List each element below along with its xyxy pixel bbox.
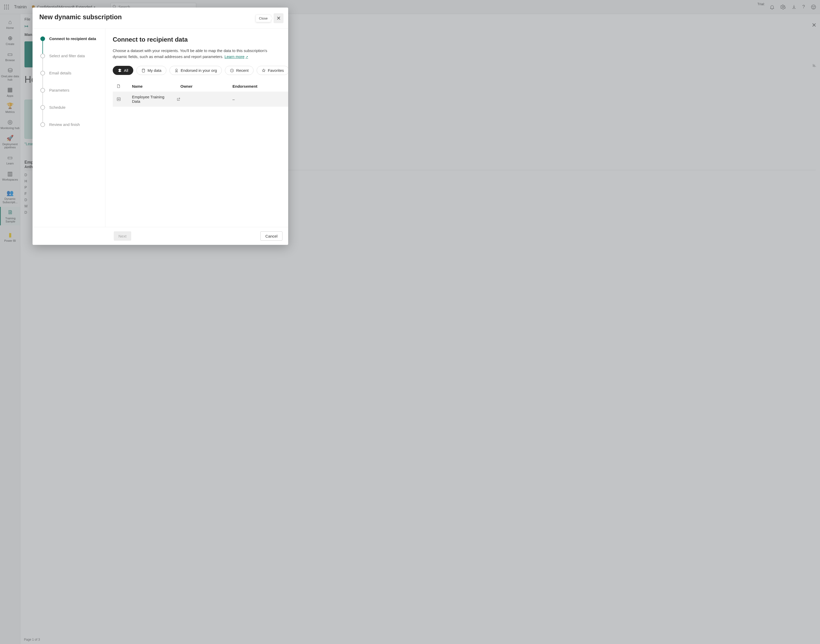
step-dot-icon <box>40 54 45 58</box>
next-button: Next <box>114 231 131 241</box>
learn-more-link[interactable]: Learn more↗ <box>224 54 248 59</box>
dataset-endorsement: – <box>232 97 284 101</box>
chip-endorsed[interactable]: Endorsed in your org <box>169 66 222 75</box>
step-label: Connect to recipient data <box>49 37 96 41</box>
svg-point-21 <box>119 99 120 100</box>
step-dot-icon <box>40 105 45 110</box>
chip-recent[interactable]: Recent <box>225 66 253 75</box>
col-owner: Owner <box>180 84 232 89</box>
filter-chips: All My data Endorsed in your org <box>113 66 288 75</box>
col-type-icon <box>117 84 132 89</box>
chip-all[interactable]: All <box>113 66 133 75</box>
new-subscription-dialog: New dynamic subscription Close ✕ Connect… <box>32 8 288 245</box>
clock-icon <box>230 68 234 73</box>
stack-icon <box>118 68 122 73</box>
step-connect[interactable]: Connect to recipient data <box>40 37 103 54</box>
close-button[interactable]: ✕ <box>273 13 284 23</box>
cylinder-icon <box>141 68 146 73</box>
step-label: Review and finish <box>49 122 80 127</box>
svg-point-16 <box>176 69 178 71</box>
chip-favorites[interactable]: Favorites <box>256 66 288 75</box>
external-link-icon: ↗ <box>246 55 248 59</box>
dialog-title: New dynamic subscription <box>39 13 122 21</box>
step-dot-icon <box>40 122 45 127</box>
svg-point-19 <box>118 99 118 100</box>
main-description: Choose a dataset with your recipients. Y… <box>113 48 279 60</box>
step-email-details[interactable]: Email details <box>40 71 103 88</box>
badge-icon <box>174 68 178 73</box>
dialog-header: New dynamic subscription Close ✕ <box>32 8 288 28</box>
dialog-body: Connect to recipient data Select and fil… <box>32 28 288 227</box>
step-review[interactable]: Review and finish <box>40 122 103 127</box>
close-icon: ✕ <box>276 15 281 21</box>
step-parameters[interactable]: Parameters <box>40 88 103 105</box>
open-external-icon[interactable] <box>177 97 180 101</box>
wizard-steps: Connect to recipient data Select and fil… <box>32 29 106 227</box>
dialog-footer: Next Cancel <box>32 227 288 245</box>
step-label: Email details <box>49 71 71 75</box>
step-label: Select and filter data <box>49 54 85 58</box>
step-label: Schedule <box>49 105 66 110</box>
dataset-name: Employee Training Data <box>132 95 172 104</box>
dialog-main: Connect to recipient data Choose a datas… <box>106 29 288 227</box>
col-endorsement: Endorsement <box>232 84 284 89</box>
dataset-type-icon <box>117 97 132 101</box>
step-label: Parameters <box>49 88 69 92</box>
col-name: Name <box>132 84 180 89</box>
table-row[interactable]: Employee Training Data – <box>113 92 288 107</box>
star-icon <box>262 68 266 73</box>
cancel-button[interactable]: Cancel <box>260 231 283 241</box>
dataset-table: Name Owner Endorsement Employee Training… <box>113 81 288 107</box>
step-dot-icon <box>40 37 45 41</box>
svg-point-15 <box>142 69 144 70</box>
close-tooltip: Close <box>256 15 271 22</box>
step-dot-icon <box>40 88 45 93</box>
step-select-filter[interactable]: Select and filter data <box>40 54 103 71</box>
table-header: Name Owner Endorsement <box>113 81 288 92</box>
main-heading: Connect to recipient data <box>113 36 288 43</box>
step-schedule[interactable]: Schedule <box>40 105 103 122</box>
chip-my-data[interactable]: My data <box>137 66 166 75</box>
svg-point-20 <box>118 99 119 100</box>
step-dot-icon <box>40 71 45 75</box>
